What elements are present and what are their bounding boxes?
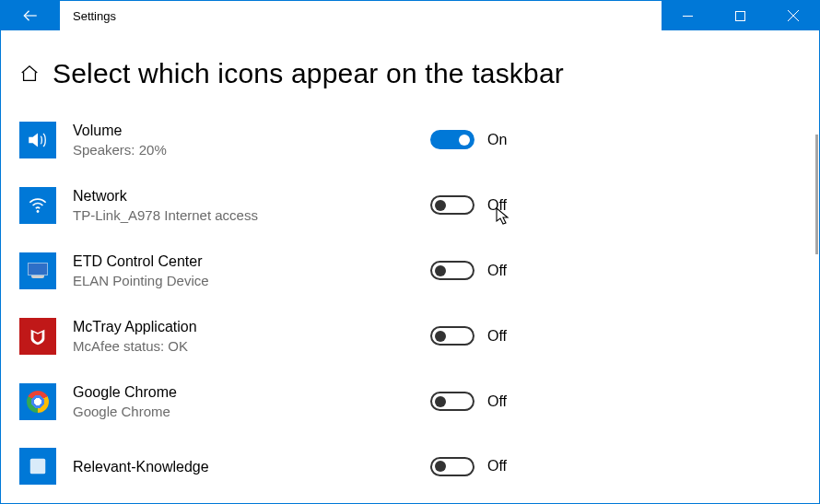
item-text: Relevant-Knowledge [73, 457, 414, 477]
item-text: Volume Speakers: 20% [73, 121, 414, 158]
titlebar: Settings [1, 1, 819, 30]
wifi-icon [26, 193, 50, 217]
page-heading-row: Select which icons appear on the taskbar [19, 58, 801, 89]
toggle-state-label: On [487, 132, 507, 148]
toggle-wrap: On [430, 130, 507, 149]
item-etd: ETD Control Center ELAN Pointing Device … [19, 252, 801, 289]
close-icon [788, 10, 799, 21]
item-subtitle: Google Chrome [73, 403, 414, 421]
item-network: Network TP-Link_A978 Internet access Off [19, 186, 801, 224]
home-icon [19, 64, 40, 84]
item-volume: Volume Speakers: 20% On [19, 121, 801, 158]
back-button[interactable] [1, 1, 60, 30]
maximize-button[interactable] [714, 1, 767, 30]
item-title: Volume [73, 121, 414, 141]
item-relevant-knowledge: Relevant-Knowledge Off [19, 448, 801, 485]
toggle-chrome[interactable] [430, 392, 474, 411]
item-text: ETD Control Center ELAN Pointing Device [73, 252, 414, 289]
mctray-tile [19, 318, 56, 355]
item-title: Google Chrome [73, 382, 414, 403]
toggle-knob [435, 265, 446, 276]
window-controls [662, 1, 819, 30]
home-button[interactable] [19, 64, 40, 84]
toggle-wrap: Off [430, 261, 507, 280]
toggle-state-label: Off [487, 328, 507, 345]
toggle-knob [435, 331, 446, 342]
toggle-knob [459, 135, 470, 146]
item-subtitle: McAfee status: OK [73, 337, 414, 356]
item-chrome: Google Chrome Google Chrome Off [19, 382, 801, 420]
maximize-icon [735, 11, 745, 21]
volume-tile [19, 122, 56, 158]
toggle-network[interactable] [430, 195, 474, 215]
toggle-wrap: Off [430, 326, 507, 346]
item-text: McTray Application McAfee status: OK [73, 317, 414, 355]
toggle-state-label: Off [487, 393, 507, 410]
monitor-icon [27, 263, 49, 279]
item-subtitle: Speakers: 20% [73, 141, 414, 159]
network-tile [19, 187, 56, 224]
item-subtitle: ELAN Pointing Device [73, 272, 414, 290]
relevant-knowledge-tile [19, 448, 56, 485]
window-title: Settings [60, 1, 129, 30]
toggle-state-label: Off [487, 458, 507, 475]
item-subtitle: TP-Link_A978 Internet access [73, 206, 414, 225]
etd-tile [19, 252, 56, 289]
content-area: Select which icons appear on the taskbar… [1, 30, 819, 503]
svg-point-5 [37, 210, 40, 213]
mcafee-icon [28, 326, 48, 346]
svg-rect-2 [736, 11, 745, 20]
vertical-scrollbar-thumb[interactable] [815, 135, 818, 254]
icon-toggle-list: Volume Speakers: 20% On Network TP-Link_… [19, 121, 801, 485]
toggle-volume[interactable] [430, 130, 474, 149]
chrome-icon [27, 391, 49, 413]
svg-rect-6 [30, 459, 46, 475]
item-title: Relevant-Knowledge [73, 457, 414, 477]
toggle-mctray[interactable] [430, 326, 474, 346]
titlebar-drag-area[interactable] [129, 1, 662, 30]
back-arrow-icon [22, 7, 39, 24]
item-text: Google Chrome Google Chrome [73, 382, 414, 420]
minimize-icon [683, 11, 693, 21]
volume-icon [26, 128, 50, 152]
close-button[interactable] [767, 1, 819, 30]
generic-icon [28, 456, 48, 476]
item-title: McTray Application [73, 317, 414, 337]
toggle-wrap: Off [430, 457, 507, 476]
toggle-wrap: Off [430, 195, 507, 215]
item-mctray: McTray Application McAfee status: OK Off [19, 317, 801, 355]
toggle-state-label: Off [487, 263, 507, 279]
toggle-state-label: Off [487, 197, 507, 214]
toggle-relevant-knowledge[interactable] [430, 457, 474, 476]
toggle-knob [435, 200, 446, 211]
toggle-wrap: Off [430, 392, 507, 411]
item-title: Network [73, 186, 414, 206]
minimize-button[interactable] [662, 1, 714, 30]
toggle-etd[interactable] [430, 261, 474, 280]
item-title: ETD Control Center [73, 252, 414, 272]
page-title: Select which icons appear on the taskbar [53, 58, 564, 89]
item-text: Network TP-Link_A978 Internet access [73, 186, 414, 224]
toggle-knob [435, 396, 446, 407]
chrome-tile [19, 383, 56, 420]
toggle-knob [435, 461, 446, 472]
